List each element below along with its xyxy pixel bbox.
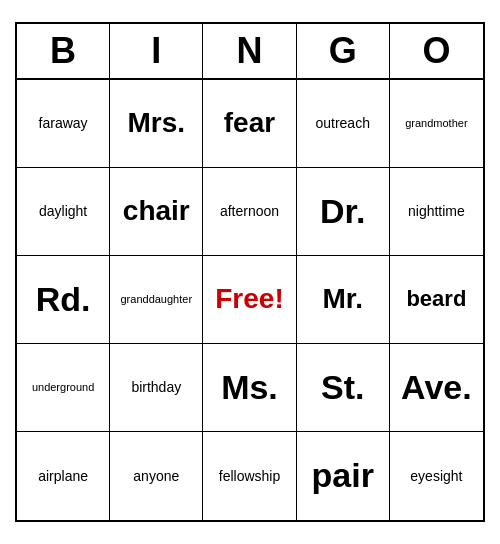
bingo-card: BINGO farawayMrs.fearoutreachgrandmother… xyxy=(15,22,485,522)
bingo-cell: birthday xyxy=(110,344,203,432)
bingo-cell: granddaughter xyxy=(110,256,203,344)
bingo-cell: fellowship xyxy=(203,432,296,520)
bingo-cell: chair xyxy=(110,168,203,256)
bingo-cell: pair xyxy=(297,432,390,520)
cell-text: Free! xyxy=(215,284,283,315)
cell-text: outreach xyxy=(315,115,369,132)
bingo-cell: airplane xyxy=(17,432,110,520)
bingo-cell: underground xyxy=(17,344,110,432)
bingo-cell: Ms. xyxy=(203,344,296,432)
bingo-cell: Rd. xyxy=(17,256,110,344)
cell-text: anyone xyxy=(133,468,179,485)
bingo-cell: Free! xyxy=(203,256,296,344)
cell-text: Dr. xyxy=(320,193,365,230)
cell-text: pair xyxy=(312,457,374,494)
bingo-cell: Mr. xyxy=(297,256,390,344)
cell-text: faraway xyxy=(39,115,88,132)
cell-text: eyesight xyxy=(410,468,462,485)
bingo-cell: faraway xyxy=(17,80,110,168)
cell-text: afternoon xyxy=(220,203,279,220)
cell-text: chair xyxy=(123,196,190,227)
cell-text: underground xyxy=(32,381,94,394)
cell-text: St. xyxy=(321,369,364,406)
cell-text: daylight xyxy=(39,203,87,220)
bingo-cell: eyesight xyxy=(390,432,483,520)
cell-text: Mr. xyxy=(322,284,362,315)
cell-text: Ave. xyxy=(401,369,472,406)
cell-text: Ms. xyxy=(221,369,278,406)
cell-text: grandmother xyxy=(405,117,467,130)
cell-text: birthday xyxy=(131,379,181,396)
bingo-cell: daylight xyxy=(17,168,110,256)
header-letter: G xyxy=(297,24,390,78)
bingo-cell: Dr. xyxy=(297,168,390,256)
bingo-cell: Mrs. xyxy=(110,80,203,168)
header-letter: O xyxy=(390,24,483,78)
bingo-cell: afternoon xyxy=(203,168,296,256)
cell-text: fellowship xyxy=(219,468,280,485)
cell-text: nighttime xyxy=(408,203,465,220)
bingo-cell: Ave. xyxy=(390,344,483,432)
bingo-cell: nighttime xyxy=(390,168,483,256)
bingo-grid: farawayMrs.fearoutreachgrandmotherdaylig… xyxy=(17,80,483,520)
bingo-cell: anyone xyxy=(110,432,203,520)
cell-text: fear xyxy=(224,108,275,139)
cell-text: Rd. xyxy=(36,281,91,318)
header-letter: B xyxy=(17,24,110,78)
bingo-cell: fear xyxy=(203,80,296,168)
bingo-cell: grandmother xyxy=(390,80,483,168)
cell-text: airplane xyxy=(38,468,88,485)
bingo-header: BINGO xyxy=(17,24,483,80)
cell-text: granddaughter xyxy=(121,293,193,306)
bingo-cell: outreach xyxy=(297,80,390,168)
header-letter: I xyxy=(110,24,203,78)
bingo-cell: beard xyxy=(390,256,483,344)
cell-text: beard xyxy=(406,287,466,311)
header-letter: N xyxy=(203,24,296,78)
cell-text: Mrs. xyxy=(128,108,186,139)
bingo-cell: St. xyxy=(297,344,390,432)
